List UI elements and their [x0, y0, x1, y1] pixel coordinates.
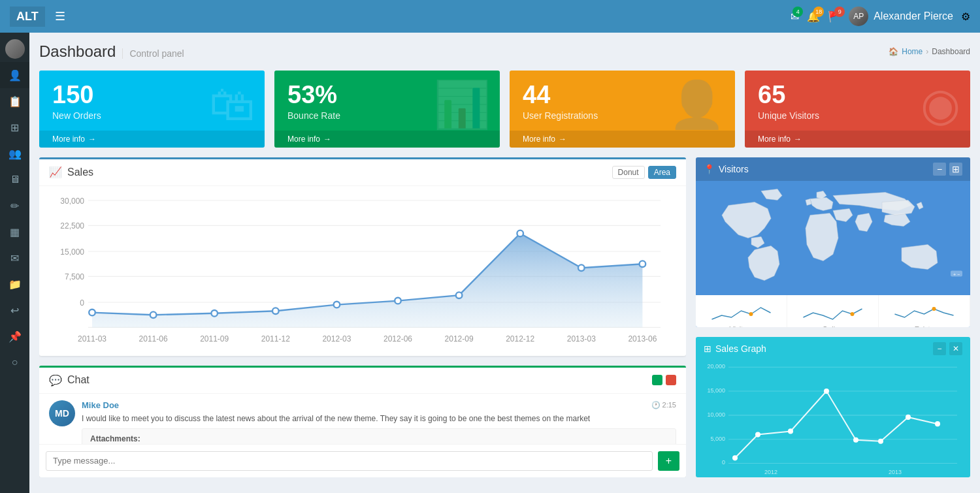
sidebar-item-table[interactable]: ▦ — [0, 219, 29, 245]
chat-input[interactable] — [46, 451, 653, 471]
svg-point-20 — [640, 261, 646, 267]
two-col-layout: 📈 Sales Donut Area — [39, 157, 970, 477]
sidebar-item-edit[interactable]: ✏ — [0, 193, 29, 219]
sidebar: 👤 📋 ⊞ 👥 🖥 ✏ ▦ ✉ 📁 ↩ 📌 ○ — [0, 33, 29, 493]
svg-text:5,000: 5,000 — [710, 435, 725, 441]
svg-point-18 — [517, 230, 523, 236]
svg-text:2013: 2013 — [889, 468, 902, 475]
breadcrumb-home[interactable]: Home — [902, 47, 923, 56]
sidebar-item-monitor[interactable]: 🖥 — [0, 167, 29, 193]
orders-more-info[interactable]: More info → — [39, 131, 265, 148]
donut-tab[interactable]: Donut — [612, 166, 645, 179]
bounce-more-info[interactable]: More info → — [274, 131, 500, 148]
visitors-stat-exists: Exists — [879, 295, 970, 327]
visitors-calendar-button[interactable]: ⊞ — [949, 163, 962, 176]
visitors-label: Visitors — [730, 325, 753, 327]
visitors-tools: − ⊞ — [933, 163, 962, 176]
sales-graph-title: ⊞ Sales Graph — [704, 343, 766, 354]
svg-text:0: 0 — [80, 298, 84, 307]
breadcrumb-separator: › — [926, 47, 928, 56]
chat-messages: MD Mike Doe 🕐 2:15 I would like to meet … — [39, 394, 686, 444]
chat-msg-content-0: Mike Doe 🕐 2:15 I would like to meet you… — [82, 400, 676, 444]
sales-graph-box: ⊞ Sales Graph − ✕ 20,000 15,000 10,000 5… — [696, 337, 970, 477]
app-logo[interactable]: ALT — [10, 7, 45, 27]
svg-point-33 — [749, 312, 753, 316]
svg-point-49 — [824, 389, 829, 394]
svg-text:2012-06: 2012-06 — [384, 334, 412, 343]
chat-title: 💬 Chat — [49, 374, 90, 387]
world-map-svg: + − — [696, 181, 970, 295]
sidebar-item-clipboard[interactable]: 📋 — [0, 88, 29, 114]
list-item: MD Mike Doe 🕐 2:15 I would like to meet … — [49, 400, 676, 444]
map-pin-icon: 📍 — [704, 164, 715, 174]
gear-icon[interactable]: ⚙ — [961, 10, 970, 23]
sidebar-item-email[interactable]: ✉ — [0, 245, 29, 271]
flag-nav-item[interactable]: 🚩 9 — [828, 10, 841, 23]
visitors-minimize-button[interactable]: − — [933, 163, 946, 176]
svg-text:2012-12: 2012-12 — [506, 334, 534, 343]
visitors-footer: Visitors Online Exis — [696, 295, 970, 327]
chat-icon: 💬 — [49, 374, 62, 387]
svg-point-51 — [878, 438, 883, 443]
sales-graph-close-button[interactable]: ✕ — [949, 342, 962, 355]
page-title: Dashboard — [39, 42, 116, 61]
bounce-icon: 📊 — [433, 82, 490, 127]
stat-card-visitors: 65 Unique Visitors ◉ More info → — [745, 71, 970, 148]
svg-text:2013-06: 2013-06 — [628, 334, 657, 343]
chat-tool-red[interactable] — [666, 375, 676, 385]
sales-chart-area: 30,000 22,500 15,000 7,500 0 — [39, 186, 686, 356]
left-column: 📈 Sales Donut Area — [39, 157, 686, 477]
attachment-box: Attachments: Theme-thumbnail-image.jpg O… — [82, 428, 676, 444]
mail-nav-item[interactable]: ✉ 4 — [791, 10, 799, 23]
svg-point-46 — [732, 455, 738, 460]
online-sparkline-svg — [791, 301, 875, 324]
grid-icon: ⊞ — [704, 343, 711, 354]
sidebar-item-grid[interactable]: ⊞ — [0, 114, 29, 140]
sidebar-item-circle[interactable]: ○ — [0, 349, 29, 375]
svg-text:2011-09: 2011-09 — [200, 334, 229, 343]
page-header: Dashboard Control panel 🏠 Home › Dashboa… — [39, 42, 970, 61]
sales-chart-tools: Donut Area — [612, 166, 676, 179]
page-title-wrap: Dashboard Control panel — [39, 42, 184, 61]
svg-point-16 — [395, 297, 401, 304]
svg-text:2013-03: 2013-03 — [567, 334, 596, 343]
sales-graph-header: ⊞ Sales Graph − ✕ — [696, 337, 970, 360]
svg-point-12 — [150, 311, 157, 318]
svg-point-35 — [932, 307, 936, 311]
bell-nav-item[interactable]: 🔔 18 — [807, 10, 820, 23]
svg-text:15,000: 15,000 — [60, 247, 84, 256]
sales-graph-minimize-button[interactable]: − — [933, 342, 946, 355]
svg-text:2011-06: 2011-06 — [139, 334, 168, 343]
send-button[interactable]: + — [658, 451, 679, 471]
registrations-icon: 👤 — [668, 82, 725, 127]
chart-icon: 📈 — [49, 166, 62, 178]
sidebar-item-arrow[interactable]: ↩ — [0, 297, 29, 323]
chat-tool-green[interactable] — [652, 375, 662, 385]
bell-badge: 18 — [813, 7, 824, 17]
visitors-more-info[interactable]: More info → — [745, 131, 970, 148]
sidebar-item-users[interactable]: 👥 — [0, 140, 29, 167]
svg-point-34 — [851, 312, 855, 316]
chat-box: 💬 Chat MD — [39, 366, 686, 477]
visitors-sparkline-svg — [699, 301, 783, 324]
registrations-more-info[interactable]: More info → — [510, 131, 735, 148]
svg-text:+  −: + − — [953, 272, 960, 276]
area-tab[interactable]: Area — [648, 166, 676, 179]
user-name: Alexander Pierce — [874, 10, 953, 22]
visitors-header: 📍 Visitors − ⊞ — [696, 157, 970, 181]
stat-card-registrations: 44 User Registrations 👤 More info → — [510, 71, 735, 148]
chat-msg-name-0: Mike Doe — [82, 400, 119, 410]
sidebar-item-folder[interactable]: 📁 — [0, 271, 29, 297]
sidebar-item-profile[interactable]: 👤 — [0, 62, 29, 88]
breadcrumb-current: Dashboard — [932, 47, 970, 56]
chat-msg-time-0: 🕐 2:15 — [651, 401, 676, 409]
svg-text:2011-12: 2011-12 — [261, 334, 290, 343]
hamburger-icon[interactable]: ☰ — [55, 9, 65, 24]
svg-point-53 — [935, 421, 940, 426]
orders-icon: 🛍 — [209, 82, 255, 127]
svg-text:2012-09: 2012-09 — [445, 334, 474, 343]
user-menu[interactable]: AP Alexander Pierce — [849, 7, 953, 26]
sidebar-item-pin[interactable]: 📌 — [0, 323, 29, 349]
right-column: 📍 Visitors − ⊞ — [696, 157, 970, 477]
svg-text:22,500: 22,500 — [60, 221, 84, 231]
